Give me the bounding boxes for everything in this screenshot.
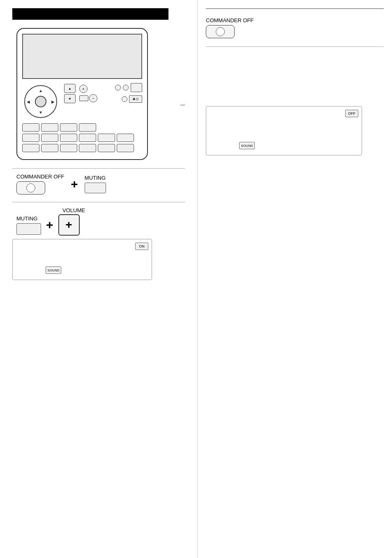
device-screen [22,34,142,79]
right-divider-middle [206,46,384,47]
volume-section: VOLUME MUTING + + [12,207,189,236]
screen-off-btn[interactable]: OFF [345,110,358,117]
commander-off-group: COMMANDER OFF [16,174,64,194]
muting-label-1: MUTING [85,175,106,181]
pointer-label-right: — [180,102,185,107]
row2-btn1[interactable] [22,134,39,142]
left-column: — — ▲ ▼ ◀ [0,0,197,558]
joy-right-arrow: ▶ [51,100,55,104]
led-indicator-1 [115,85,121,90]
volume-label: VOLUME [62,207,85,213]
volume-plus-button[interactable]: + [58,214,80,236]
btn-row-1 [22,123,142,132]
row3-btn1[interactable] [22,144,39,152]
combo-off-muting-section: COMMANDER OFF + MUTING [12,174,189,194]
commander-off-inner-top [216,27,225,36]
row2-btn5[interactable] [98,134,115,142]
plus-symbol-1: + [71,178,78,190]
led-indicator-2 [123,85,129,90]
bar-btn[interactable] [79,95,88,101]
right-divider-top [206,8,384,9]
commander-off-button-1[interactable] [16,181,45,194]
dual-dot-btn[interactable] [129,95,142,103]
btn-row-3 [22,144,142,152]
button-cluster-right: ▲ ▼ + [64,84,97,103]
screen-on-btn[interactable]: ON [135,243,148,250]
circle-indicator [122,96,127,102]
nav-up-btn[interactable]: ▲ [64,84,76,93]
bottom-indicator-row [122,95,142,103]
section-divider-2 [12,202,185,202]
right-text-area [206,53,384,102]
muting-group-1: MUTING [85,175,106,193]
commander-off-button-top[interactable] [206,25,235,38]
row1-btn2[interactable] [41,123,58,132]
button-rows [22,123,142,152]
right-column: COMMANDER OFF OFF SOUND [197,0,392,558]
muting-button-1[interactable] [85,183,106,193]
screen-mockup-bottom-left: ON SOUND [12,239,152,280]
muting-group-2: MUTING [16,215,41,235]
row3-btn2[interactable] [41,144,58,152]
right-control-btn[interactable] [131,83,142,92]
screen-sound-btn-left[interactable]: SOUND [46,266,61,274]
row2-btn4[interactable] [79,134,96,142]
row1-btn3[interactable] [60,123,77,132]
joy-up-arrow: ▲ [39,88,43,93]
row2-btn2[interactable] [41,134,58,142]
commander-off-top-section: COMMANDER OFF [206,17,384,38]
row1-btn4[interactable] [79,123,96,132]
btn-row-2 [22,134,142,142]
far-right-controls [115,83,142,103]
joystick-control[interactable]: ▲ ▼ ◀ ▶ [22,83,59,120]
row2-btn3[interactable] [60,134,77,142]
device-illustration: — — ▲ ▼ ◀ [16,28,152,160]
row3-btn4[interactable] [79,144,96,152]
row3-btn6[interactable] [117,144,134,152]
joy-down-arrow: ▼ [39,110,43,115]
joystick-center[interactable] [35,96,46,107]
joy-left-arrow: ◀ [27,100,30,104]
muting-button-2[interactable] [16,223,41,235]
device-body: ▲ ▼ ◀ ▶ [16,28,148,160]
nav-down-btn[interactable]: ▼ [64,94,76,103]
section-divider-1 [12,168,185,169]
commander-off-label-top: COMMANDER OFF [206,17,254,23]
screen-sound-btn-right[interactable]: SOUND [239,142,255,149]
muting-label-2: MUTING [16,215,37,222]
row3-btn3[interactable] [60,144,77,152]
plus-btn[interactable]: + [79,85,88,93]
minus-btn[interactable]: − [89,94,97,102]
commander-off-inner-1 [26,183,35,192]
plus-symbol-2: + [46,219,53,231]
header-bar [12,8,168,20]
row1-btn1[interactable] [22,123,39,132]
commander-off-label-1: COMMANDER OFF [16,174,64,180]
screen-mockup-right-top: OFF SOUND [206,106,362,155]
row3-btn5[interactable] [98,144,115,152]
row2-btn6[interactable] [117,134,134,142]
